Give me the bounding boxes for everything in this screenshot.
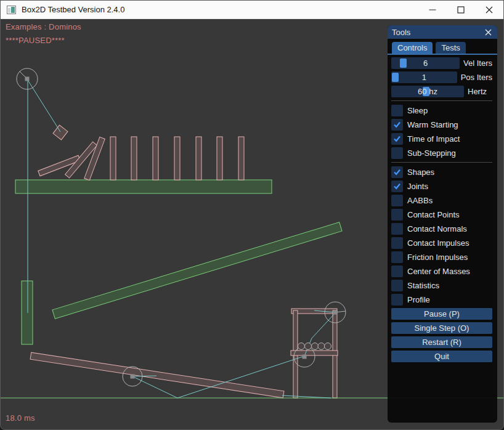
center-marker <box>25 77 30 81</box>
center-marker <box>131 375 135 379</box>
body-pink <box>293 310 298 398</box>
check-label: Sleep <box>407 106 428 115</box>
joint-line <box>28 80 60 132</box>
check-label: Contact Impulses <box>407 238 469 248</box>
statistics-checkbox[interactable] <box>391 280 403 291</box>
circle-body <box>17 68 38 89</box>
tools-panel-titlebar[interactable]: Tools <box>388 25 497 39</box>
profile-checkbox[interactable] <box>391 294 403 306</box>
check-label: Contact Normals <box>407 224 467 233</box>
hertz-slider[interactable]: 60 hz <box>391 86 464 97</box>
check-row-profile: Profile <box>391 294 492 306</box>
app-icon <box>7 6 16 14</box>
check-icon <box>393 135 401 143</box>
friction-impulses-checkbox[interactable] <box>391 251 403 263</box>
window-title: Box2D Testbed Version 2.4.0 <box>22 5 124 14</box>
pause-p-button[interactable]: Pause (P) <box>391 308 492 320</box>
check-row-friction-impulses: Friction Impulses <box>391 251 492 263</box>
check-row-center-of-masses: Center of Masses <box>391 266 492 277</box>
body-pink <box>110 137 116 180</box>
check-row-contact-points: Contact Points <box>391 209 492 221</box>
joint-line <box>304 313 335 356</box>
body-pink <box>65 142 97 178</box>
body-pink <box>174 137 180 180</box>
single-step-o-button[interactable]: Single Step (O) <box>391 322 492 334</box>
check-label: Center of Masses <box>407 267 470 276</box>
panel-body: 6Vel Iters1Pos Iters60 hzHertz SleepWarm… <box>388 55 497 362</box>
shapes-checkbox[interactable] <box>391 166 403 178</box>
joints-checkbox[interactable] <box>391 181 403 192</box>
button-section: Pause (P)Single Step (O)Restart (R)Quit <box>391 308 492 362</box>
body-pink <box>30 352 284 398</box>
warm-starting-checkbox[interactable] <box>391 119 403 131</box>
slider-section: 6Vel Iters1Pos Iters60 hzHertz <box>391 57 492 97</box>
check-label: Joints <box>407 182 428 191</box>
body-pink <box>217 137 222 180</box>
tab-tests[interactable]: Tests <box>436 42 465 54</box>
slider-row-pos-iters: 1Pos Iters <box>391 71 492 83</box>
quit-button[interactable]: Quit <box>391 351 492 362</box>
check-row-sleep: Sleep <box>391 105 492 116</box>
body-pink <box>153 137 158 180</box>
slider-value: 1 <box>391 71 457 83</box>
body-pink <box>53 125 68 140</box>
contact-impulses-checkbox[interactable] <box>391 237 403 249</box>
body-green <box>15 180 272 193</box>
titlebar: Box2D Testbed Version 2.4.0 <box>1 1 503 19</box>
close-icon <box>486 6 493 14</box>
minimize-button[interactable] <box>418 1 447 18</box>
body-pink <box>84 137 105 180</box>
circle-body <box>325 302 346 323</box>
sleep-checkbox[interactable] <box>391 105 403 116</box>
checkbox-group-draw: ShapesJointsAABBsContact PointsContact N… <box>391 166 492 306</box>
checkbox-group-solver: SleepWarm StartingTime of ImpactSub-Step… <box>391 105 492 159</box>
check-label: Profile <box>407 295 430 304</box>
ball-body <box>312 343 319 350</box>
tools-panel-title: Tools <box>392 28 410 37</box>
body-pink <box>333 310 337 398</box>
time-of-impact-checkbox[interactable] <box>391 133 403 145</box>
maximize-button[interactable] <box>447 1 475 18</box>
check-icon <box>393 168 401 176</box>
check-icon <box>393 182 401 190</box>
check-label: Friction Impulses <box>407 253 468 262</box>
close-button[interactable] <box>475 1 503 18</box>
tools-panel: Tools ControlsTests 6Vel Iters1Pos Iters… <box>388 25 497 423</box>
pos-iters-slider[interactable]: 1 <box>391 71 457 83</box>
check-label: Warm Starting <box>407 120 458 129</box>
contact-normals-checkbox[interactable] <box>391 223 403 235</box>
body-pink <box>291 309 337 314</box>
slider-label: Vel Iters <box>463 59 492 68</box>
check-row-time-of-impact: Time of Impact <box>391 133 492 145</box>
separator <box>391 162 492 163</box>
check-row-contact-normals: Contact Normals <box>391 223 492 235</box>
minimize-icon <box>429 6 436 14</box>
body-pink <box>131 137 137 180</box>
check-label: Statistics <box>407 281 439 290</box>
separator <box>391 100 492 101</box>
body-pink <box>38 155 81 176</box>
check-label: Time of Impact <box>407 134 460 144</box>
contact-points-checkbox[interactable] <box>391 209 403 221</box>
restart-r-button[interactable]: Restart (R) <box>391 336 492 348</box>
body-pink <box>291 351 338 355</box>
panel-close-button[interactable] <box>483 27 493 37</box>
body-green <box>52 222 342 319</box>
radius-line <box>335 311 346 312</box>
center-of-masses-checkbox[interactable] <box>391 266 403 277</box>
center-marker <box>333 310 338 315</box>
slider-row-hertz: 60 hzHertz <box>391 86 492 97</box>
slider-value: 6 <box>391 57 460 69</box>
ball-body <box>298 343 305 350</box>
check-row-statistics: Statistics <box>391 280 492 291</box>
example-label: Examples : Dominos <box>6 22 81 31</box>
check-label: Shapes <box>407 168 434 177</box>
tab-controls[interactable]: Controls <box>392 42 433 54</box>
paused-label: ****PAUSED**** <box>6 36 65 45</box>
slider-row-vel-iters: 6Vel Iters <box>391 57 492 69</box>
vel-iters-slider[interactable]: 6 <box>391 57 460 69</box>
slider-label: Hertz <box>468 87 487 96</box>
aabbs-checkbox[interactable] <box>391 195 403 206</box>
check-row-aabbs: AABBs <box>391 195 492 206</box>
sub-stepping-checkbox[interactable] <box>391 147 403 159</box>
